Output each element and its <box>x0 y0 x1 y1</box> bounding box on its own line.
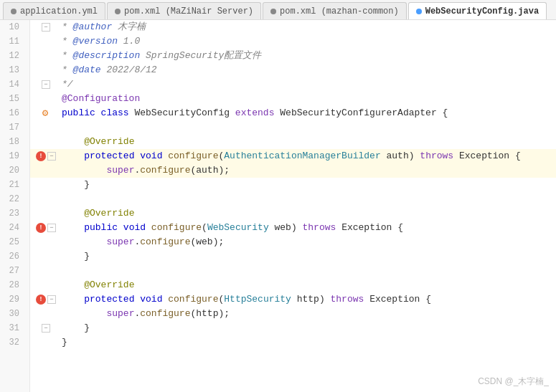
comment-11b: 1.0 <box>118 36 140 47</box>
tab-websecurity-config[interactable]: WebSecurityConfig.java <box>408 2 547 19</box>
args-20: (auth); <box>190 165 230 176</box>
fold-19[interactable]: − <box>47 152 56 161</box>
javadoc-tag-version: @version <box>73 36 118 47</box>
code-text-14: */ <box>59 77 556 92</box>
line-num-16: 16 <box>0 106 24 120</box>
indent-18 <box>62 136 84 147</box>
line-num-13: 13 <box>0 63 24 77</box>
tab-bar: application.yml pom.xml (MaZiNair Server… <box>0 0 556 20</box>
kw-super-20: super <box>106 165 134 176</box>
code-lines: − * @author 木字楠 * @version 1.0 * @descri… <box>30 20 556 350</box>
line-num-26: 26 <box>0 249 24 264</box>
line-num-12: 12 <box>0 49 24 63</box>
fold-10[interactable]: − <box>42 23 50 32</box>
code-line-25: super.configure(web); <box>30 235 556 249</box>
code-text-24: public void configure(WebSecurity web) t… <box>59 221 556 235</box>
fold-29[interactable]: − <box>47 295 56 304</box>
code-line-14: − */ <box>30 77 556 92</box>
indent-19 <box>62 150 84 161</box>
line-num-20: 20 <box>0 163 24 178</box>
tab-dot <box>416 9 422 14</box>
method-configure-30: configure <box>140 308 190 319</box>
kw-throws-24: throws <box>303 222 342 233</box>
code-text-27 <box>59 264 556 278</box>
line-num-14: 14 <box>0 77 24 92</box>
indent-30 <box>62 308 106 319</box>
line-num-18: 18 <box>0 135 24 149</box>
line-num-22: 22 <box>0 192 24 206</box>
indent-28 <box>62 279 84 290</box>
tab-dot <box>11 9 17 14</box>
annotation-override-28: @Override <box>84 279 134 290</box>
gutter-24: ! − <box>33 223 59 233</box>
param-type-24: WebSecurity <box>207 222 269 233</box>
code-text-18: @Override <box>59 135 556 149</box>
code-text-23: @Override <box>59 206 556 221</box>
gutter-19: ! − <box>33 151 59 161</box>
args-25: (web); <box>190 236 224 247</box>
method-configure-29: configure <box>168 294 218 305</box>
line-num-21: 21 <box>0 178 24 192</box>
code-text-22 <box>59 192 556 206</box>
code-line-22 <box>30 192 556 206</box>
kw-super-30: super <box>106 308 134 319</box>
indent-21 <box>62 179 84 190</box>
tab-pom-server[interactable]: pom.xml (MaZiNair Server) <box>107 2 261 19</box>
annotation-override-18: @Override <box>84 136 134 147</box>
code-line-11: * @version 1.0 <box>30 34 556 49</box>
class-websecurity: WebSecurityConfig <box>134 107 235 118</box>
code-line-18: @Override <box>30 135 556 149</box>
method-configure-25: configure <box>140 236 190 247</box>
code-text-11: * @version 1.0 <box>59 34 556 49</box>
code-line-13: * @date 2022/8/12 <box>30 63 556 77</box>
indent-24 <box>62 222 84 233</box>
brace-26: } <box>84 251 90 262</box>
code-line-10: − * @author 木字楠 <box>30 20 556 34</box>
gutter-10: − <box>33 23 59 32</box>
code-line-12: * @description SpringSecurity配置文件 <box>30 49 556 63</box>
param-type-19: AuthenticationManagerBuilder <box>224 150 380 161</box>
line-num-31: 31 <box>0 321 24 335</box>
line-num-27: 27 <box>0 264 24 278</box>
tab-pom-common[interactable]: pom.xml (mazhan-common) <box>263 2 407 19</box>
line-num-25: 25 <box>0 235 24 249</box>
tab-label: WebSecurityConfig.java <box>425 6 539 16</box>
line-num-11: 11 <box>0 34 24 49</box>
code-line-15: @Configuration <box>30 92 556 106</box>
code-line-17 <box>30 120 556 135</box>
gutter-14: − <box>33 80 59 89</box>
error-icon-24: ! <box>36 223 46 233</box>
code-line-23: @Override <box>30 206 556 221</box>
error-icon-19: ! <box>36 151 46 161</box>
brace-21: } <box>84 179 90 190</box>
kw-void-29: void <box>140 294 168 305</box>
code-text-19: protected void configure(AuthenticationM… <box>59 149 556 163</box>
args-30: (http); <box>190 308 230 319</box>
comment-10b: 木字楠 <box>112 21 146 32</box>
code-line-28: @Override <box>30 278 556 292</box>
code-editor: 10 11 12 13 14 15 16 17 18 19 20 21 22 2… <box>0 20 556 392</box>
code-text-28: @Override <box>59 278 556 292</box>
exception-19: Exception { <box>459 150 521 161</box>
indent-29 <box>62 294 84 305</box>
code-line-32: } <box>30 335 556 350</box>
line-num-28: 28 <box>0 278 24 292</box>
kw-void-24: void <box>123 222 151 233</box>
code-text-10: * @author 木字楠 <box>59 20 556 34</box>
kw-protected-19: protected <box>84 150 140 161</box>
fold-24[interactable]: − <box>47 224 56 232</box>
fold-14[interactable]: − <box>42 80 50 89</box>
annotation-config: @Configuration <box>62 93 140 104</box>
watermark: CSDN @_木字楠_ <box>478 376 549 388</box>
fold-31[interactable]: − <box>42 324 50 333</box>
brace-32: } <box>62 337 67 348</box>
line-num-23: 23 <box>0 206 24 221</box>
method-configure-20: configure <box>140 165 190 176</box>
comment-10: * <box>62 21 73 32</box>
param-name-29: http) <box>291 294 331 305</box>
tab-dot <box>115 9 121 14</box>
tab-application-yml[interactable]: application.yml <box>3 2 105 19</box>
method-configure-24: configure <box>151 222 202 233</box>
kw-protected-29: protected <box>84 294 140 305</box>
kw-extends: extends <box>235 107 280 118</box>
